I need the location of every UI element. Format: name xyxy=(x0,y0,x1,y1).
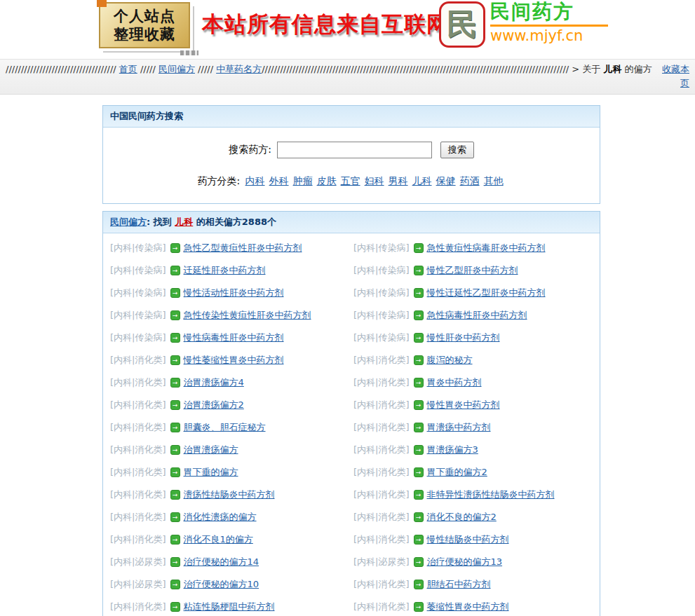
remedy-link[interactable]: 慢性肝炎中药方剂 xyxy=(427,332,500,343)
arrow-icon: → xyxy=(414,378,424,388)
search-input[interactable] xyxy=(277,142,432,158)
site-logo[interactable]: 民 民间药方 www.mjyf.cn xyxy=(439,1,608,48)
category-link-1[interactable]: 内科 xyxy=(245,175,265,186)
category-tag[interactable]: [内科|泌尿类] xyxy=(110,556,166,567)
category-tag[interactable]: [内科|传染病] xyxy=(110,332,166,343)
category-link-8[interactable]: 儿科 xyxy=(412,175,432,186)
remedy-link[interactable]: 治胃溃疡偏方2 xyxy=(184,399,244,410)
category-tag[interactable]: [内科|消化类] xyxy=(353,377,410,388)
remedy-link[interactable]: 迁延性肝炎中药方剂 xyxy=(184,265,266,275)
category-link-9[interactable]: 保健 xyxy=(436,175,456,186)
category-tag[interactable]: [内科|消化类] xyxy=(110,601,166,612)
category-tag[interactable]: [内科|消化类] xyxy=(110,512,166,522)
category-tag[interactable]: [内科|传染病] xyxy=(110,242,166,253)
remedy-link[interactable]: 胃下垂的偏方 xyxy=(184,467,238,477)
breadcrumb-keyword: 儿科 xyxy=(603,64,621,74)
category-link-4[interactable]: 皮肤 xyxy=(317,175,337,186)
category-tag[interactable]: [内科|消化类] xyxy=(353,355,410,365)
list-item: [内科|传染病]→慢性迁延性乙型肝炎中药方剂 xyxy=(353,282,597,304)
list-item: [内科|消化类]→胆结石中药方剂 xyxy=(353,573,597,596)
remedy-link[interactable]: 胃溃疡偏方3 xyxy=(427,444,478,455)
remedy-link[interactable]: 消化不良1的偏方 xyxy=(184,534,253,545)
category-link-2[interactable]: 外科 xyxy=(269,175,289,186)
category-tag[interactable]: [内科|消化类] xyxy=(353,512,410,522)
remedy-link[interactable]: 急性病毒性肝炎中药方剂 xyxy=(427,310,527,320)
nav-link-3[interactable]: 中草药名方 xyxy=(216,64,262,74)
arrow-icon: → xyxy=(414,310,424,320)
category-link-11[interactable]: 其他 xyxy=(484,175,504,186)
category-tag[interactable]: [内科|传染病] xyxy=(353,332,410,343)
category-tag[interactable]: [内科|传染病] xyxy=(353,265,410,275)
category-tag[interactable]: [内科|消化类] xyxy=(110,467,166,477)
remedy-link[interactable]: 治疗便秘的偏方10 xyxy=(184,579,259,589)
remedy-link[interactable]: 慢性萎缩性胃炎中药方剂 xyxy=(184,355,284,365)
bookmark-page-link[interactable]: 收藏本页 xyxy=(662,64,689,88)
remedy-link[interactable]: 慢性活动性肝炎中药方剂 xyxy=(184,287,284,298)
remedy-link[interactable]: 急性黄疸性病毒肝炎中药方剂 xyxy=(427,242,546,253)
arrow-icon: → xyxy=(414,557,424,567)
remedy-link[interactable]: 粘连性肠梗阻中药方剂 xyxy=(184,601,275,612)
remedy-link[interactable]: 腹泻的秘方 xyxy=(427,355,473,365)
category-tag[interactable]: [内科|传染病] xyxy=(353,242,410,253)
remedy-link[interactable]: 治胃溃疡偏方 xyxy=(184,444,238,455)
category-link-7[interactable]: 男科 xyxy=(389,175,408,186)
remedy-link[interactable]: 消化性溃疡的偏方 xyxy=(184,512,257,522)
category-tag[interactable]: [内科|消化类] xyxy=(353,601,410,612)
category-tag[interactable]: [内科|泌尿类] xyxy=(110,579,166,589)
category-tag[interactable]: [内科|消化类] xyxy=(353,467,410,477)
category-tag[interactable]: [内科|消化类] xyxy=(353,534,410,545)
category-tag[interactable]: [内科|消化类] xyxy=(110,355,166,365)
list-item: [内科|消化类]→治胃溃疡偏方2 xyxy=(110,394,353,416)
category-tag[interactable]: [内科|消化类] xyxy=(110,534,166,545)
remedy-link[interactable]: 慢性胃炎中药方剂 xyxy=(427,399,500,410)
category-tag[interactable]: [内科|消化类] xyxy=(110,377,166,388)
category-tag[interactable]: [内科|消化类] xyxy=(353,399,410,410)
category-tag[interactable]: [内科|消化类] xyxy=(353,579,410,589)
remedy-link[interactable]: 萎缩性胃炎中药方剂 xyxy=(427,601,509,612)
category-tag[interactable]: [内科|消化类] xyxy=(110,422,166,432)
remedy-link[interactable]: 消化不良的偏方2 xyxy=(427,512,497,522)
folk-remedies-link[interactable]: 民间偏方 xyxy=(110,217,147,227)
remedy-link[interactable]: 溃疡性结肠炎中药方剂 xyxy=(184,489,275,500)
nav-link-1[interactable]: 首页 xyxy=(119,64,137,74)
category-tag[interactable]: [内科|消化类] xyxy=(110,489,166,500)
category-tag[interactable]: [内科|传染病] xyxy=(110,310,166,320)
remedy-link[interactable]: 慢性病毒性肝炎中药方剂 xyxy=(184,332,284,343)
list-item: [内科|消化类]→胆囊炎、胆石症秘方 xyxy=(110,416,353,439)
remedy-link[interactable]: 胃下垂的偏方2 xyxy=(427,467,487,477)
remedy-link[interactable]: 慢性乙型肝炎中药方剂 xyxy=(427,265,518,275)
remedy-link[interactable]: 胆结石中药方剂 xyxy=(427,579,491,589)
remedy-link[interactable]: 胃溃疡中药方剂 xyxy=(427,422,491,432)
search-button[interactable]: 搜索 xyxy=(440,142,474,158)
category-tag[interactable]: [内科|消化类] xyxy=(353,444,410,455)
list-item: [内科|消化类]→萎缩性胃炎中药方剂 xyxy=(353,596,597,616)
category-link-6[interactable]: 妇科 xyxy=(365,175,384,186)
category-tag[interactable]: [内科|传染病] xyxy=(110,287,166,298)
category-link-3[interactable]: 肿瘤 xyxy=(293,175,313,186)
remedy-link[interactable]: 急性乙型黄疸性肝炎中药方剂 xyxy=(184,242,302,253)
remedy-link[interactable]: 慢性迁延性乙型肝炎中药方剂 xyxy=(427,287,546,298)
logo-divider xyxy=(490,25,608,27)
category-tag[interactable]: [内科|消化类] xyxy=(353,489,410,500)
category-tag[interactable]: [内科|传染病] xyxy=(353,310,410,320)
remedy-link[interactable]: 治疗便秘的偏方14 xyxy=(184,556,259,567)
category-tag[interactable]: [内科|传染病] xyxy=(353,287,410,298)
category-link-10[interactable]: 药酒 xyxy=(460,175,480,186)
nav-link-2[interactable]: 民间偏方 xyxy=(158,64,195,74)
category-tag[interactable]: [内科|泌尿类] xyxy=(353,556,410,567)
remedy-link[interactable]: 胃炎中药方剂 xyxy=(427,377,482,388)
remedy-link[interactable]: 慢性结肠炎中药方剂 xyxy=(427,534,509,545)
category-tag[interactable]: [内科|消化类] xyxy=(110,399,166,410)
remedy-link[interactable]: 胆囊炎、胆石症秘方 xyxy=(184,422,266,432)
category-link-5[interactable]: 五官 xyxy=(341,175,360,186)
remedy-link[interactable]: 治疗便秘的偏方13 xyxy=(427,556,503,567)
remedy-link[interactable]: 非特异性溃疡性结肠炎中药方剂 xyxy=(427,489,555,500)
remedy-link[interactable]: 治胃溃疡偏方4 xyxy=(184,377,244,388)
list-item: [内科|消化类]→慢性胃炎中药方剂 xyxy=(353,394,597,416)
category-tag[interactable]: [内科|消化类] xyxy=(110,444,166,455)
results-keyword-link[interactable]: 儿科 xyxy=(175,217,193,227)
category-tag[interactable]: [内科|传染病] xyxy=(110,265,166,275)
category-tag[interactable]: [内科|消化类] xyxy=(353,422,410,432)
remedy-link[interactable]: 急性传染性黄疸性肝炎中药方剂 xyxy=(184,310,311,320)
arrow-icon: → xyxy=(170,310,180,320)
